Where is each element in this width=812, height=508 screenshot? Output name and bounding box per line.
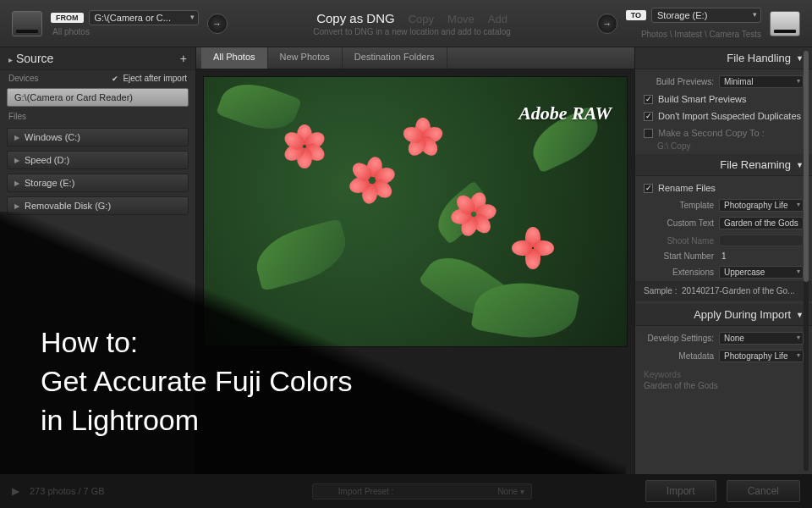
import-count-info: 273 photos / 7 GB xyxy=(30,486,199,496)
build-previews-dropdown[interactable]: Minimal xyxy=(719,75,804,88)
devices-label: Devices xyxy=(8,74,39,83)
devices-section: Devices ✔Eject after import xyxy=(0,70,195,86)
from-path-dropdown[interactable]: G:\(Camera or C... xyxy=(89,10,199,25)
from-badge: FROM xyxy=(51,13,84,23)
right-panels: File Handling▼ Build Previews:Minimal Bu… xyxy=(634,47,812,474)
tab-destination-folders[interactable]: Destination Folders xyxy=(343,47,447,69)
build-previews-label: Build Previews: xyxy=(644,77,714,86)
import-footer: ▶ 273 photos / 7 GB Import Preset : None… xyxy=(0,474,812,508)
keywords-input[interactable]: Garden of the Gods xyxy=(644,381,718,390)
shoot-name-input[interactable] xyxy=(719,235,804,246)
rename-files-checkbox[interactable] xyxy=(644,184,653,193)
files-list: ▶Windows (C:) ▶Speed (D:) ▶Storage (E:) … xyxy=(0,124,195,218)
template-dropdown[interactable]: Photography Life xyxy=(719,199,804,212)
second-copy-path: G:\ Copy xyxy=(635,141,812,151)
import-topbar: FROM G:\(Camera or C... All photos → Cop… xyxy=(0,0,812,47)
import-preset-dropdown[interactable]: Import Preset : None ▾ xyxy=(312,483,532,500)
file-handling-header[interactable]: File Handling▼ xyxy=(635,47,812,69)
apply-during-import-header[interactable]: Apply During Import▼ xyxy=(635,304,812,326)
nav-forward-right-icon[interactable]: → xyxy=(597,14,617,34)
expand-footer-icon[interactable]: ▶ xyxy=(12,485,19,497)
preview-tabs: All Photos New Photos Destination Folder… xyxy=(196,47,634,69)
second-copy-checkbox[interactable] xyxy=(644,129,653,138)
watermark-text: Adobe RAW xyxy=(518,102,612,124)
source-panel-header[interactable]: ▸Source + xyxy=(0,47,195,70)
add-source-icon[interactable]: + xyxy=(180,52,187,65)
to-badge: TO xyxy=(626,10,646,20)
smart-previews-checkbox[interactable] xyxy=(644,95,653,104)
center-panel: All Photos New Photos Destination Folder… xyxy=(196,47,634,474)
volume-item[interactable]: ▶Removable Disk (G:) xyxy=(7,196,189,215)
cancel-button[interactable]: Cancel xyxy=(727,480,800,502)
to-path-dropdown[interactable]: Storage (E:) xyxy=(651,8,761,23)
to-group: TO Storage (E:) Photos \ Imatest \ Camer… xyxy=(626,8,761,39)
from-group: FROM G:\(Camera or C... All photos xyxy=(51,10,199,36)
source-title: Source xyxy=(16,52,53,65)
nav-forward-left-icon[interactable]: → xyxy=(207,14,228,34)
preview-area: Adobe RAW xyxy=(196,69,634,474)
source-drive-icon xyxy=(12,11,42,36)
dest-drive-icon xyxy=(770,11,800,36)
preview-photo[interactable]: Adobe RAW xyxy=(203,76,628,347)
mode-copy-dng[interactable]: Copy as DNG xyxy=(316,11,395,25)
eject-checkbox[interactable]: ✔Eject after import xyxy=(111,74,187,83)
to-sub-caption: Photos \ Imatest \ Camera Tests xyxy=(639,30,761,39)
volume-item[interactable]: ▶Storage (E:) xyxy=(7,174,189,192)
tab-new-photos[interactable]: New Photos xyxy=(268,47,343,69)
files-label: Files xyxy=(8,112,26,121)
mode-copy[interactable]: Copy xyxy=(409,13,434,25)
sample-value: 20140217-Garden of the Go... xyxy=(682,286,794,295)
mode-move[interactable]: Move xyxy=(447,13,475,25)
custom-text-input[interactable]: Garden of the Gods xyxy=(719,217,804,229)
mode-add[interactable]: Add xyxy=(488,13,508,25)
metadata-dropdown[interactable]: Photography Life xyxy=(719,350,804,362)
import-mode-group: Copy as DNG Copy Move Add Convert to DNG… xyxy=(236,11,589,36)
volume-item[interactable]: ▶Speed (D:) xyxy=(7,151,189,169)
import-button[interactable]: Import xyxy=(645,480,716,502)
file-renaming-header[interactable]: File Renaming▼ xyxy=(635,154,812,176)
mode-subtitle: Convert to DNG in a new location and add… xyxy=(236,27,589,36)
tab-all-photos[interactable]: All Photos xyxy=(201,47,268,69)
no-duplicates-checkbox[interactable] xyxy=(644,112,653,121)
source-panel: ▸Source + Devices ✔Eject after import G:… xyxy=(0,47,196,474)
start-number-value[interactable]: 1 xyxy=(719,251,804,261)
main-area: ▸Source + Devices ✔Eject after import G:… xyxy=(0,47,812,474)
develop-settings-dropdown[interactable]: None xyxy=(719,332,804,345)
files-section: Files xyxy=(0,108,195,124)
from-sub-caption: All photos xyxy=(51,27,199,36)
device-row[interactable]: G:\(Camera or Card Reader) xyxy=(7,88,189,107)
right-scrollbar[interactable] xyxy=(804,51,809,471)
extensions-dropdown[interactable]: Uppercase xyxy=(719,266,804,279)
volume-item[interactable]: ▶Windows (C:) xyxy=(7,128,189,146)
